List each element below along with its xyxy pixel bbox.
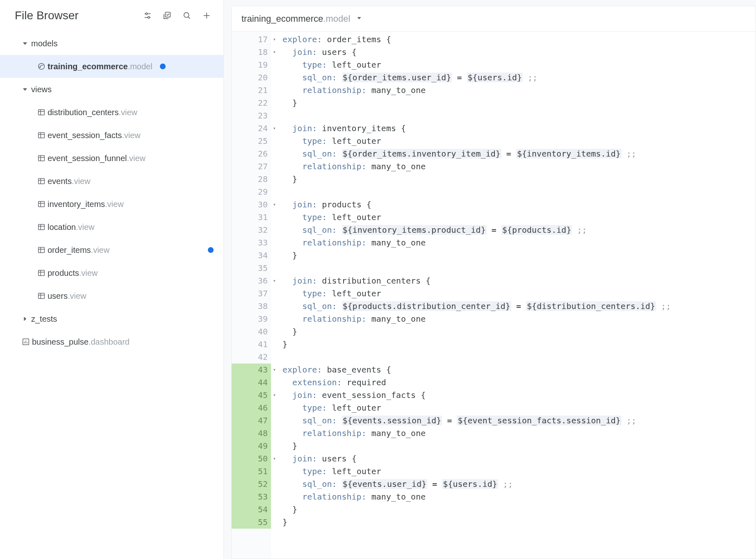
add-icon[interactable]	[201, 10, 212, 21]
code-line[interactable]: }	[282, 440, 671, 452]
code-line[interactable]: type: left_outer	[282, 402, 671, 414]
bulk-select-icon[interactable]	[162, 10, 173, 21]
svg-rect-22	[39, 179, 45, 184]
chevron-right-icon	[19, 315, 31, 323]
code-line[interactable]: type: left_outer	[282, 287, 671, 300]
chevron-down-icon[interactable]	[356, 15, 362, 23]
file-event-session-facts[interactable]: event_session_facts.view	[0, 124, 223, 147]
code-line[interactable]	[282, 109, 671, 122]
code-line[interactable]: sql_on: ${events.session_id} = ${event_s…	[282, 414, 671, 427]
folder-z-tests[interactable]: z_tests	[0, 307, 223, 330]
file-distribution-centers[interactable]: distribution_centers.view	[0, 101, 223, 124]
model-icon	[35, 62, 48, 71]
code-line[interactable]: join: distribution_centers {	[282, 275, 671, 287]
code-line[interactable]: explore: base_events {	[282, 364, 671, 376]
fold-toggle-icon[interactable]: ▾	[273, 275, 276, 287]
code-line[interactable]: relationship: many_to_one	[282, 84, 671, 97]
gutter-line: 33	[232, 236, 271, 249]
gutter-line: 28	[232, 173, 271, 186]
code-editor[interactable]: 17▾18▾192021222324▾252627282930▾31323334…	[232, 32, 756, 559]
code-line[interactable]: join: event_session_facts {	[282, 389, 671, 402]
code-line[interactable]: sql_on: ${products.distribution_center_i…	[282, 300, 671, 313]
code-line[interactable]: sql_on: ${events.user_id} = ${users.id} …	[282, 478, 671, 491]
code-line[interactable]: type: left_outer	[282, 135, 671, 148]
gutter-line: 34	[232, 249, 271, 262]
code-line[interactable]: }	[282, 516, 671, 529]
gutter-line: 48	[232, 427, 271, 440]
svg-rect-25	[39, 202, 45, 207]
code-line[interactable]: type: left_outer	[282, 211, 671, 224]
gutter-line: 49	[232, 440, 271, 452]
view-icon	[35, 223, 48, 232]
svg-rect-13	[39, 110, 45, 115]
fold-toggle-icon[interactable]: ▾	[273, 46, 276, 59]
folder-views[interactable]: views	[0, 78, 223, 101]
view-icon	[35, 245, 48, 255]
gutter-line: 45▾	[232, 389, 271, 402]
gutter-line: 44	[232, 376, 271, 389]
view-icon	[35, 108, 48, 117]
chevron-down-icon	[19, 86, 31, 93]
code-line[interactable]: }	[282, 325, 671, 338]
file-event-session-funnel[interactable]: event_session_funnel.view	[0, 147, 223, 170]
code-line[interactable]: sql_on: ${inventory_items.product_id} = …	[282, 224, 671, 236]
svg-marker-12	[23, 89, 27, 91]
code-line[interactable]: relationship: many_to_one	[282, 427, 671, 440]
svg-point-5	[184, 13, 189, 18]
fold-toggle-icon[interactable]: ▾	[273, 364, 276, 376]
fold-toggle-icon[interactable]: ▾	[273, 33, 276, 46]
code-line[interactable]: relationship: many_to_one	[282, 160, 671, 173]
search-icon[interactable]	[182, 10, 192, 21]
svg-point-11	[40, 67, 41, 68]
file-training-ecommerce[interactable]: training_ecommerce.model	[0, 55, 223, 78]
file-events[interactable]: events.view	[0, 170, 223, 193]
sidebar-header: File Browser	[0, 9, 223, 32]
code-line[interactable]: extension: required	[282, 376, 671, 389]
code-line[interactable]	[282, 262, 671, 275]
code-line[interactable]	[282, 351, 671, 364]
fold-toggle-icon[interactable]: ▾	[273, 122, 276, 135]
gutter-line: 47	[232, 414, 271, 427]
gutter-line: 36▾	[232, 275, 271, 287]
gutter-line: 41	[232, 338, 271, 351]
svg-rect-16	[39, 133, 45, 138]
gutter-line: 23	[232, 109, 271, 122]
code-line[interactable]: sql_on: ${order_items.inventory_item_id}…	[282, 148, 671, 160]
code-line[interactable]: relationship: many_to_one	[282, 236, 671, 249]
file-users[interactable]: users.view	[0, 284, 223, 307]
code-body[interactable]: explore: order_items { join: users { typ…	[271, 32, 671, 559]
code-line[interactable]: }	[282, 503, 671, 516]
code-line[interactable]: relationship: many_to_one	[282, 491, 671, 503]
svg-marker-9	[23, 43, 27, 45]
file-inventory-items[interactable]: inventory_items.view	[0, 193, 223, 216]
code-line[interactable]: }	[282, 97, 671, 109]
file-location[interactable]: location.view	[0, 216, 223, 239]
fold-toggle-icon[interactable]: ▾	[273, 452, 276, 465]
active-tab[interactable]: training_ecommerce.model	[241, 14, 350, 24]
svg-point-3	[148, 16, 150, 18]
view-icon	[35, 200, 48, 209]
code-line[interactable]: explore: order_items {	[282, 33, 671, 46]
gutter-line: 30▾	[232, 198, 271, 211]
fold-toggle-icon[interactable]: ▾	[273, 389, 276, 402]
code-line[interactable]: }	[282, 173, 671, 186]
code-line[interactable]: join: users {	[282, 452, 671, 465]
code-line[interactable]: sql_on: ${order_items.user_id} = ${users…	[282, 71, 671, 84]
code-line[interactable]: type: left_outer	[282, 59, 671, 71]
file-business-pulse[interactable]: business_pulse.dashboard	[0, 330, 223, 353]
file-products[interactable]: products.view	[0, 261, 223, 284]
view-icon	[35, 154, 48, 163]
code-line[interactable]: type: left_outer	[282, 465, 671, 478]
fold-toggle-icon[interactable]: ▾	[273, 198, 276, 211]
code-line[interactable]: join: products {	[282, 198, 671, 211]
code-line[interactable]: }	[282, 249, 671, 262]
code-line[interactable]: join: inventory_items {	[282, 122, 671, 135]
code-line[interactable]: relationship: many_to_one	[282, 313, 671, 325]
code-line[interactable]: }	[282, 338, 671, 351]
code-line[interactable]: join: users {	[282, 46, 671, 59]
folder-models[interactable]: models	[0, 32, 223, 55]
git-actions-icon[interactable]	[142, 10, 153, 21]
code-line[interactable]	[282, 186, 671, 198]
file-order-items[interactable]: order_items.view	[0, 239, 223, 261]
dashboard-icon	[20, 337, 32, 346]
